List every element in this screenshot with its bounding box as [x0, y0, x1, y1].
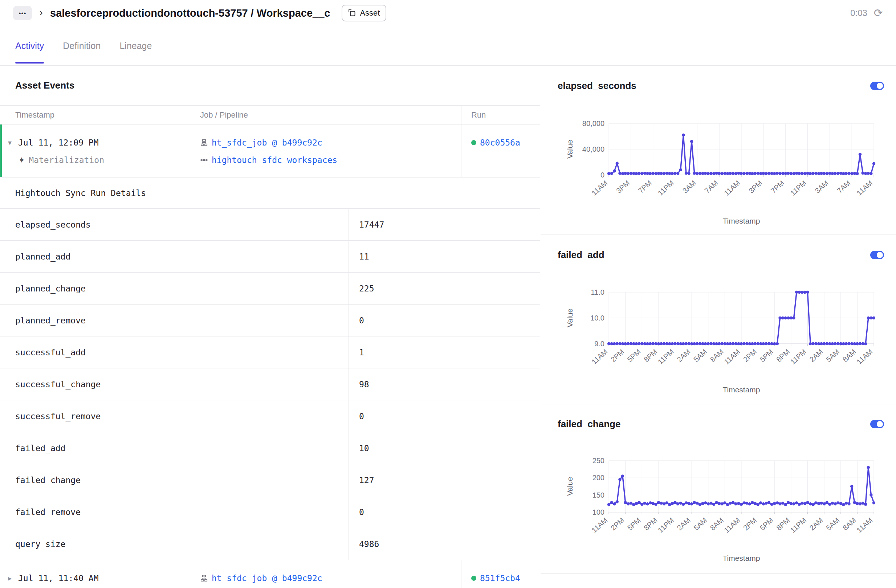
asset-badge-label: Asset [360, 8, 380, 18]
svg-text:80,000: 80,000 [582, 119, 605, 127]
svg-text:40,000: 40,000 [582, 145, 605, 153]
kv-row: planned_change225 [0, 273, 540, 305]
tab-lineage[interactable]: Lineage [119, 26, 152, 66]
svg-text:11AM: 11AM [855, 179, 874, 197]
svg-text:11.0: 11.0 [591, 288, 605, 296]
refresh-icon[interactable]: ⟳ [874, 8, 883, 18]
svg-text:3PM: 3PM [615, 179, 631, 195]
kv-key: failed_change [0, 464, 349, 496]
kv-value: 0 [349, 305, 483, 336]
kv-value: 98 [349, 369, 483, 400]
svg-text:11AM: 11AM [722, 179, 741, 197]
svg-text:2PM: 2PM [609, 516, 626, 532]
charts-panel: elapsed_seconds 040,00080,00011AM3PM7PM1… [541, 66, 896, 588]
svg-text:5AM: 5AM [692, 516, 708, 532]
expand-caret-icon[interactable]: ▸ [5, 574, 15, 583]
svg-text:7AM: 7AM [836, 179, 852, 195]
svg-text:11AM: 11AM [855, 516, 874, 534]
chart-toggle-failed-change[interactable] [870, 420, 884, 428]
svg-text:2PM: 2PM [742, 348, 758, 364]
kv-spacer [483, 273, 540, 304]
svg-text:11PM: 11PM [789, 348, 808, 366]
svg-text:2PM: 2PM [742, 516, 758, 532]
svg-text:10.0: 10.0 [590, 314, 605, 322]
svg-text:5PM: 5PM [759, 516, 775, 532]
svg-text:11PM: 11PM [657, 179, 675, 197]
job-link[interactable]: ht_sfdc_job @ b499c92c [212, 138, 322, 147]
chart-toggle-failed-add[interactable] [870, 251, 884, 259]
kv-key: planned_add [0, 241, 349, 272]
job-icon [200, 139, 208, 147]
kv-key: elapsed_seconds [0, 209, 349, 240]
kv-spacer [483, 241, 540, 272]
job-link[interactable]: ht_sfdc_job @ b499c92c [212, 573, 322, 583]
divider [541, 404, 896, 404]
section-title: Asset Events [0, 66, 540, 106]
svg-text:11PM: 11PM [657, 516, 675, 534]
chart-title-elapsed-seconds: elapsed_seconds [558, 79, 636, 93]
svg-text:11AM: 11AM [722, 516, 741, 534]
tab-activity[interactable]: Activity [15, 26, 44, 66]
asset-group-icon [200, 156, 208, 164]
kv-key: failed_remove [0, 496, 349, 528]
kv-row: planned_remove0 [0, 305, 540, 337]
kv-spacer [483, 432, 540, 464]
run-link[interactable]: 851f5cb4 [480, 573, 520, 583]
ellipsis-icon: ••• [19, 10, 26, 16]
kv-value: 17447 [349, 209, 483, 240]
kv-row: elapsed_seconds17447 [0, 209, 540, 241]
kv-key: planned_change [0, 273, 349, 304]
kv-spacer [483, 209, 540, 240]
asset-badge: Asset [341, 5, 386, 21]
svg-text:5PM: 5PM [626, 348, 642, 364]
run-status-dot [471, 140, 476, 145]
kv-row: successful_change98 [0, 369, 540, 401]
column-header-timestamp: Timestamp [0, 106, 191, 124]
job-icon [200, 574, 208, 582]
svg-text:9.0: 9.0 [594, 340, 605, 348]
svg-text:2AM: 2AM [808, 348, 824, 364]
svg-text:8PM: 8PM [642, 348, 658, 364]
kv-spacer [483, 369, 540, 400]
svg-text:7AM: 7AM [703, 179, 719, 195]
chart-toggle-elapsed-seconds[interactable] [870, 82, 884, 90]
tab-bar: Activity Definition Lineage [0, 26, 896, 66]
collapse-caret-icon[interactable]: ▾ [5, 138, 15, 147]
svg-text:100: 100 [593, 508, 605, 516]
tab-definition[interactable]: Definition [63, 26, 101, 66]
pipeline-link[interactable]: hightouch_sfdc_workspaces [212, 155, 337, 165]
run-link[interactable]: 80c0556a [480, 138, 520, 147]
svg-text:11AM: 11AM [590, 516, 609, 534]
kv-row: failed_remove0 [0, 496, 540, 528]
kv-row: planned_add11 [0, 241, 540, 273]
event-row-expanded: ▾ Jul 11, 12:09 PM ✦ Materialization ht_… [0, 125, 540, 177]
chart-title-failed-change: failed_change [558, 417, 620, 431]
svg-text:Value: Value [566, 309, 574, 328]
event-row-collapsed: ▸ Jul 11, 11:40 AM ht_sfdc_job @ b499c92… [0, 560, 540, 588]
kv-row: query_size4986 [0, 528, 540, 560]
failed-add-chart: 9.010.011.011AM2PM5PM8PM11PM2AM5AM8AM11A… [566, 286, 882, 395]
svg-text:Value: Value [566, 140, 574, 158]
kv-value: 11 [349, 241, 483, 272]
svg-text:Timestamp: Timestamp [722, 554, 760, 562]
refresh-timer: 0:03 [850, 8, 867, 18]
svg-text:2AM: 2AM [808, 516, 824, 532]
kv-spacer [483, 464, 540, 496]
elapsed-seconds-chart: 040,00080,00011AM3PM7PM11PM3AM7AM11AM3PM… [566, 117, 882, 227]
column-header-run: Run [461, 106, 540, 124]
svg-text:250: 250 [593, 457, 605, 465]
svg-text:8AM: 8AM [841, 516, 858, 532]
svg-text:Timestamp: Timestamp [722, 385, 760, 394]
svg-text:5PM: 5PM [626, 516, 642, 532]
svg-text:11PM: 11PM [789, 179, 808, 197]
kv-row: successful_remove0 [0, 401, 540, 432]
kv-value: 225 [349, 273, 483, 304]
event-timestamp: Jul 11, 11:40 AM [18, 573, 99, 583]
svg-text:3AM: 3AM [814, 179, 830, 195]
kv-key: failed_add [0, 432, 349, 464]
svg-text:2AM: 2AM [676, 516, 692, 532]
kv-spacer [483, 528, 540, 560]
kv-value: 0 [349, 496, 483, 528]
breadcrumb-menu-button[interactable]: ••• [13, 6, 32, 20]
svg-text:3AM: 3AM [681, 179, 698, 195]
